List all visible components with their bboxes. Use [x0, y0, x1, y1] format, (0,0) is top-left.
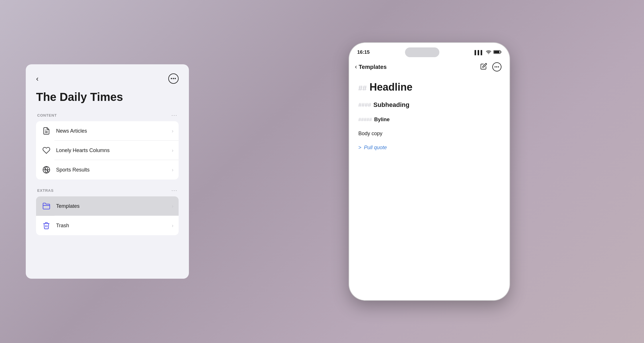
chevron-right-icon: › — [172, 167, 173, 173]
app-title: The Daily Times — [36, 91, 179, 103]
extras-section-more[interactable]: ··· — [171, 188, 177, 194]
chevron-right-icon: › — [172, 128, 173, 134]
chevron-right-icon: › — [172, 223, 173, 229]
phone-content: ## Headline #### Subheading ##### Byline… — [349, 74, 509, 300]
template-subheading-row: #### Subheading — [358, 101, 500, 109]
extras-section-header: EXTRAS ··· — [36, 188, 179, 194]
template-byline-row: ##### Byline — [358, 117, 500, 123]
chevron-right-icon: › — [172, 147, 173, 153]
svg-point-5 — [488, 53, 489, 54]
document-icon — [41, 126, 52, 136]
lonely-hearts-label: Lonely Hearts Columns — [56, 147, 172, 153]
dynamic-island — [405, 47, 439, 57]
phone-nav-back-label: Templates — [359, 64, 386, 70]
headline-text: Headline — [370, 81, 412, 93]
byline-hash: ##### — [358, 117, 372, 123]
right-panel: 16:15 ▌▌▌ — [215, 0, 644, 343]
back-chevron-icon: ‹ — [355, 63, 357, 71]
phone-frame: 16:15 ▌▌▌ — [349, 43, 509, 300]
list-item-news-articles[interactable]: News Articles › — [36, 121, 179, 141]
heart-icon — [41, 145, 52, 155]
template-body-text: Body copy — [358, 131, 500, 137]
list-item-templates[interactable]: Templates › — [36, 196, 179, 216]
battery-icon — [493, 50, 501, 55]
wifi-icon — [486, 50, 491, 55]
content-section-header: CONTENT ··· — [36, 112, 179, 118]
phone-more-button[interactable]: ••• — [492, 62, 501, 71]
status-icons: ▌▌▌ — [475, 50, 501, 55]
content-section-more[interactable]: ··· — [171, 112, 177, 118]
subheading-hash: #### — [358, 102, 371, 108]
pullquote-arrow: > — [358, 145, 361, 150]
sports-icon — [41, 165, 52, 175]
sports-results-label: Sports Results — [56, 167, 172, 173]
list-item-trash[interactable]: Trash › — [36, 216, 179, 235]
status-bar: 16:15 ▌▌▌ — [349, 43, 509, 59]
content-list: News Articles › Lonely Hearts Columns › — [36, 121, 179, 180]
template-headline-row: ## Headline — [358, 81, 500, 93]
pullquote-text: Pull quote — [364, 145, 387, 150]
svg-rect-7 — [501, 51, 501, 53]
folder-icon — [41, 201, 52, 211]
phone-back-button[interactable]: ‹ Templates — [355, 63, 387, 71]
list-item-lonely-hearts[interactable]: Lonely Hearts Columns › — [36, 141, 179, 160]
signal-icon: ▌▌▌ — [475, 50, 484, 55]
top-bar: ‹ ••• — [36, 73, 179, 84]
more-options-button[interactable]: ••• — [168, 73, 179, 84]
templates-label: Templates — [56, 203, 172, 209]
status-time: 16:15 — [357, 49, 370, 55]
svg-rect-8 — [494, 51, 499, 53]
content-section-label: CONTENT — [37, 113, 57, 117]
byline-text: Byline — [374, 117, 390, 123]
subheading-text: Subheading — [374, 101, 410, 109]
back-button[interactable]: ‹ — [36, 75, 39, 82]
phone-nav: ‹ Templates ••• — [349, 59, 509, 74]
edit-icon[interactable] — [480, 63, 487, 71]
template-pullquote: > Pull quote — [358, 145, 500, 151]
extras-section-label: EXTRAS — [37, 188, 54, 193]
extras-list: Templates › Trash › — [36, 196, 179, 235]
headline-hash: ## — [358, 84, 367, 93]
left-card: ‹ ••• The Daily Times CONTENT ··· — [26, 64, 189, 279]
phone-nav-actions: ••• — [480, 62, 501, 71]
left-panel: ‹ ••• The Daily Times CONTENT ··· — [0, 0, 215, 343]
trash-icon — [41, 220, 52, 231]
news-articles-label: News Articles — [56, 128, 172, 134]
chevron-right-icon: › — [172, 203, 173, 209]
list-item-sports-results[interactable]: Sports Results › — [36, 160, 179, 180]
trash-label: Trash — [56, 223, 172, 229]
